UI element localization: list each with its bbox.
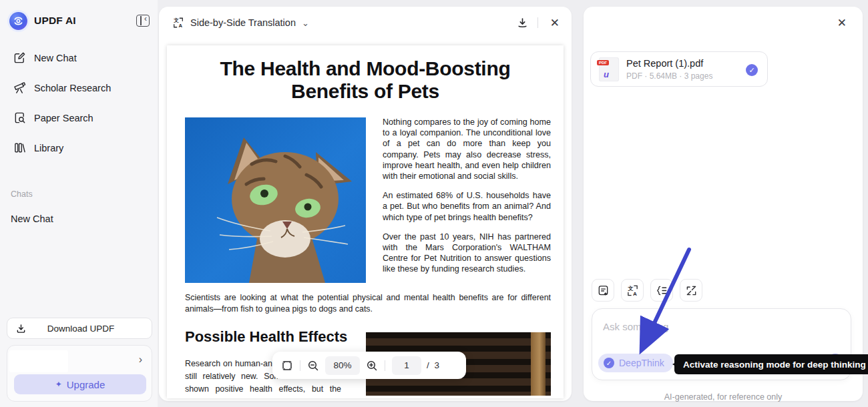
chevron-right-icon[interactable]: ›: [139, 354, 142, 366]
paper-search-icon: [13, 111, 26, 124]
divider: [300, 360, 300, 371]
new-chat-icon: [13, 51, 26, 64]
pdf-file-icon: PDF u: [599, 57, 619, 81]
viewer-toolbar: 80% 1 / 3: [272, 352, 466, 379]
ai-disclaimer: AI-generated, for reference only: [584, 392, 863, 402]
summarize-button[interactable]: [592, 279, 614, 302]
viewer-header: 文A Side-by-Side Translation ⌄ ✕: [159, 7, 572, 39]
viewer-mode-title: Side-by-Side Translation: [190, 17, 296, 28]
divider: [537, 17, 538, 28]
ai-assistant-panel: ✕ PDF u Pet Report (1).pdf PDF · 5.64MB …: [584, 7, 863, 401]
translate-icon: 文A: [172, 17, 184, 29]
document-right-column: Nothing compares to the joy of coming ho…: [383, 117, 551, 275]
sparkle-icon: ✦: [55, 380, 62, 389]
brand-title: UPDF AI: [34, 15, 76, 27]
download-translation-icon[interactable]: [517, 17, 528, 29]
zoom-in-icon[interactable]: [366, 360, 378, 372]
sidebar: UPDF AI New Chat Scholar Research Paper …: [0, 0, 158, 407]
explain-button[interactable]: [650, 279, 673, 302]
telescope-icon: [13, 81, 26, 94]
sidebar-item-scholar-research[interactable]: Scholar Research: [0, 73, 158, 103]
doc-paragraph: Over the past 10 years, NIH has partnere…: [383, 232, 551, 275]
download-updf-button[interactable]: Download UPDF: [7, 318, 152, 339]
chevron-down-icon[interactable]: ⌄: [302, 18, 309, 28]
svg-text:A: A: [178, 23, 182, 29]
tooltip-text: Activate reasoning mode for deep thinkin…: [683, 360, 866, 370]
download-updf-label: Download UPDF: [26, 324, 136, 334]
page-count: / 3: [427, 360, 441, 370]
zoom-level-value[interactable]: 80%: [325, 356, 360, 375]
translate-icon: 文A: [626, 284, 639, 297]
doc-paragraph: Scientists are looking at what the poten…: [185, 292, 551, 314]
doc-paragraph: An estimated 68% of U.S. households have…: [383, 190, 551, 223]
svg-text:A: A: [632, 290, 636, 296]
upgrade-label: Upgrade: [67, 379, 105, 390]
ocr-extract-icon: [685, 284, 698, 297]
current-page-input[interactable]: 1: [392, 356, 421, 375]
deepthink-check-icon: ✓: [604, 358, 614, 368]
download-icon: [16, 324, 26, 334]
attached-file-card[interactable]: PDF u Pet Report (1).pdf PDF · 5.64MB · …: [590, 51, 768, 87]
deepthink-toggle[interactable]: ✓ DeepThink: [598, 354, 673, 372]
divider: [385, 360, 385, 371]
close-assistant-icon[interactable]: ✕: [837, 16, 847, 30]
file-meta: PDF · 5.64MB · 3 pages: [626, 71, 712, 81]
file-name: Pet Report (1).pdf: [626, 58, 712, 69]
document-page: The Health and Mood-Boosting Benefits of…: [167, 45, 564, 398]
deepthink-label: DeepThink: [619, 358, 664, 368]
zoom-out-icon[interactable]: [307, 360, 319, 372]
doc-paragraph: Nothing compares to the joy of coming ho…: [383, 117, 551, 181]
chat-history-item[interactable]: New Chat: [11, 214, 53, 224]
explain-list-icon: [656, 284, 668, 297]
account-name-redacted: [9, 350, 68, 372]
fit-to-page-icon[interactable]: [281, 360, 293, 372]
document-title: The Health and Mood-Boosting Benefits of…: [167, 57, 564, 103]
assistant-tool-row: 文A: [592, 279, 702, 302]
sidebar-item-new-chat[interactable]: New Chat: [0, 43, 158, 73]
doc-section-heading: Possible Health Effects: [185, 328, 347, 346]
cat-photo: [185, 117, 366, 283]
sidebar-item-label: New Chat: [34, 53, 77, 63]
account-card: › ✦ Upgrade: [7, 345, 152, 402]
sidebar-item-label: Library: [34, 143, 63, 153]
sidebar-item-paper-search[interactable]: Paper Search: [0, 103, 158, 133]
updf-logo-icon: [9, 12, 27, 30]
ocr-extract-button[interactable]: [680, 279, 702, 302]
brand-row: UPDF AI: [9, 11, 150, 30]
close-viewer-icon[interactable]: ✕: [548, 16, 562, 30]
upgrade-button[interactable]: ✦ Upgrade: [14, 374, 146, 394]
sidebar-nav: New Chat Scholar Research Paper Search L…: [0, 43, 158, 163]
summarize-icon: [597, 284, 610, 297]
file-selected-check-icon: ✓: [746, 64, 758, 76]
chats-section-label: Chats: [11, 189, 33, 199]
deepthink-tooltip: Activate reasoning mode for deep thinkin…: [674, 354, 868, 374]
sidebar-item-library[interactable]: Library: [0, 133, 158, 163]
translate-button[interactable]: 文A: [621, 279, 644, 302]
pdf-viewer-panel: 文A Side-by-Side Translation ⌄ ✕ The Heal…: [159, 7, 572, 401]
sidebar-item-label: Paper Search: [34, 113, 93, 123]
library-icon: [13, 141, 26, 154]
sidebar-item-label: Scholar Research: [34, 83, 111, 93]
ask-input[interactable]: [603, 321, 830, 332]
sidebar-collapse-icon[interactable]: [136, 15, 150, 27]
